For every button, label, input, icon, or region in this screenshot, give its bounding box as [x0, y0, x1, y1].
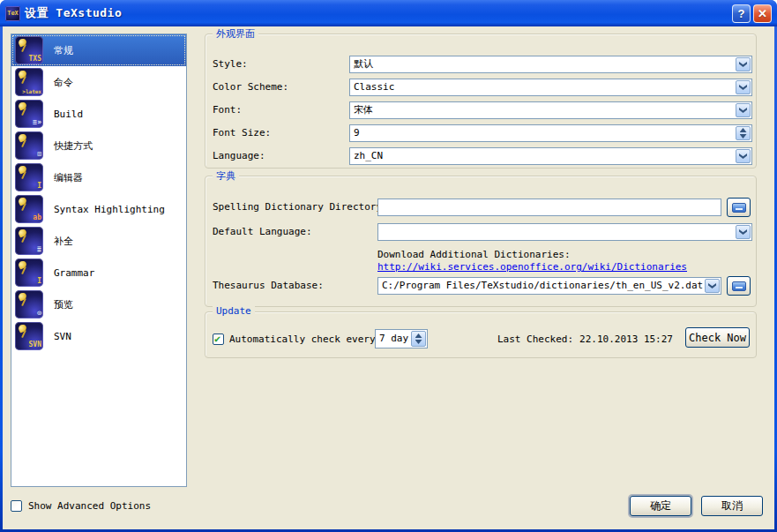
- icon-glyph: TXS: [29, 56, 41, 63]
- spin-down-icon: [415, 340, 422, 344]
- commands-icon: >latex: [15, 68, 43, 96]
- color-scheme-combobox[interactable]: Classic: [349, 79, 752, 96]
- dialog-client-area: TXS常规>latex命令≡»Build⊞快捷方式I编辑器abSyntax Hi…: [3, 26, 774, 529]
- font-combobox[interactable]: 宋体: [349, 101, 752, 119]
- ok-button[interactable]: 确定: [630, 496, 691, 516]
- last-checked-value: 22.10.2013 15:27: [579, 333, 673, 345]
- app-icon: TeX: [5, 6, 20, 21]
- font-size-spinbox[interactable]: 9: [349, 124, 752, 142]
- last-checked-label: Last Checked:: [497, 333, 573, 345]
- sidebar-item-preview[interactable]: ◎预览: [11, 288, 186, 320]
- appearance-group: 外观界面 Style:默认Color Scheme:ClassicFont:宋体…: [205, 34, 757, 169]
- icon-glyph: ≡»: [33, 119, 41, 126]
- dropdown-arrow-button[interactable]: [736, 80, 751, 94]
- update-group-title: Update: [213, 305, 255, 317]
- sidebar-item-label: 快捷方式: [54, 139, 93, 153]
- default-language-label: Default Language:: [213, 223, 312, 241]
- default-language-value: [382, 224, 734, 240]
- color-scheme-label: Color Scheme:: [213, 79, 288, 96]
- sidebar-item-editor[interactable]: I编辑器: [11, 161, 186, 193]
- update-group: Update Automatically check every 7 days …: [205, 311, 757, 358]
- check-now-button[interactable]: Check Now: [685, 327, 750, 348]
- general-icon: TXS: [15, 36, 43, 64]
- style-label: Style:: [213, 56, 248, 73]
- spelling-directory-input[interactable]: [377, 199, 721, 216]
- spin-up-icon: [415, 333, 422, 338]
- thesaurus-database-value: C:/Program Files/TeXstudio/dictionaries/…: [382, 278, 703, 294]
- sidebar-item-svn[interactable]: SVNSVN: [11, 320, 186, 352]
- appearance-group-title: 外观界面: [213, 27, 258, 41]
- spin-up-icon: [740, 128, 747, 132]
- sidebar-item-label: Build: [54, 109, 83, 120]
- chevron-down-icon: [739, 229, 747, 235]
- syntax-highlighting-icon: ab: [15, 195, 43, 223]
- cancel-button[interactable]: 取消: [701, 496, 763, 516]
- preview-icon: ◎: [15, 290, 43, 318]
- dropdown-arrow-button[interactable]: [736, 149, 751, 163]
- spinner-buttons[interactable]: [736, 126, 751, 140]
- svn-icon: SVN: [15, 322, 43, 350]
- sidebar-item-syntax-highlighting[interactable]: abSyntax Highlighting: [11, 193, 186, 225]
- window-title: 设置 TeXstudio: [25, 5, 122, 21]
- icon-glyph: >latex: [22, 89, 41, 94]
- thesaurus-database-combobox[interactable]: C:/Program Files/TeXstudio/dictionaries/…: [377, 277, 721, 295]
- sidebar-item-label: Syntax Highlighting: [54, 204, 165, 215]
- close-button[interactable]: ✕: [753, 4, 772, 23]
- sidebar-item-label: 编辑器: [54, 171, 83, 184]
- default-language-combobox[interactable]: [377, 223, 752, 241]
- help-button[interactable]: ?: [732, 4, 751, 23]
- font-size-value: 9: [354, 125, 734, 141]
- spelling-directory-label: Spelling Dictionary Directory:: [213, 199, 388, 216]
- show-advanced-options-checkbox[interactable]: [11, 500, 22, 512]
- settings-dialog: TeX 设置 TeXstudio ? ✕ TXS常规>latex命令≡»Buil…: [0, 0, 777, 532]
- grammar-icon: I: [15, 259, 43, 287]
- sidebar-item-grammar[interactable]: IGrammar: [11, 257, 186, 288]
- editor-icon: I: [15, 163, 43, 191]
- font-value: 宋体: [354, 102, 734, 118]
- check-interval-spinbox[interactable]: 7 days: [375, 329, 428, 348]
- icon-glyph: I: [37, 183, 41, 190]
- open-folder-icon: [732, 203, 746, 213]
- settings-category-list[interactable]: TXS常规>latex命令≡»Build⊞快捷方式I编辑器abSyntax Hi…: [11, 34, 187, 487]
- sidebar-item-commands[interactable]: >latex命令: [11, 66, 186, 98]
- dropdown-arrow-button[interactable]: [736, 57, 751, 71]
- dropdown-arrow-button[interactable]: [705, 279, 720, 293]
- spinner-buttons[interactable]: [411, 331, 426, 347]
- language-combobox[interactable]: zh_CN: [349, 147, 752, 165]
- open-folder-icon: [732, 281, 746, 291]
- title-bar[interactable]: TeX 设置 TeXstudio ? ✕: [0, 0, 777, 26]
- icon-glyph: I: [37, 278, 41, 285]
- language-value: zh_CN: [354, 148, 734, 164]
- thesaurus-database-browse-button[interactable]: [727, 276, 751, 296]
- spelling-directory-browse-button[interactable]: [727, 198, 751, 217]
- sidebar-item-label: 补全: [54, 235, 73, 248]
- sidebar-item-completion[interactable]: ≣补全: [11, 225, 186, 257]
- sidebar-item-general[interactable]: TXS常规: [11, 34, 186, 66]
- font-size-label: Font Size:: [213, 124, 271, 142]
- download-dictionaries-link[interactable]: http://wiki.services.openoffice.org/wiki…: [377, 259, 687, 276]
- chevron-down-icon: [739, 85, 747, 90]
- chevron-down-icon: [708, 283, 716, 288]
- dictionary-group-title: 字典: [213, 169, 239, 183]
- dropdown-arrow-button[interactable]: [736, 225, 751, 239]
- spelling-directory-value: [382, 199, 717, 215]
- dropdown-arrow-button[interactable]: [736, 103, 751, 117]
- shortcuts-icon: ⊞: [15, 131, 43, 160]
- icon-glyph: ⊞: [37, 151, 41, 158]
- build-icon: ≡»: [15, 100, 43, 128]
- chevron-down-icon: [739, 108, 747, 113]
- style-value: 默认: [354, 56, 734, 72]
- style-combobox[interactable]: 默认: [349, 56, 752, 73]
- sidebar-item-label: Grammar: [54, 267, 94, 279]
- icon-glyph: ≣: [37, 246, 41, 253]
- color-scheme-value: Classic: [354, 79, 734, 95]
- chevron-down-icon: [739, 62, 747, 67]
- sidebar-item-build[interactable]: ≡»Build: [11, 98, 186, 130]
- thesaurus-database-label: Thesaurus Database:: [213, 277, 324, 295]
- sidebar-item-label: 常规: [54, 44, 73, 57]
- auto-check-checkbox[interactable]: [213, 333, 224, 345]
- icon-glyph: ◎: [37, 310, 41, 317]
- auto-check-label: Automatically check every: [229, 333, 376, 345]
- sidebar-item-shortcuts[interactable]: ⊞快捷方式: [11, 130, 186, 161]
- spin-down-icon: [740, 134, 747, 139]
